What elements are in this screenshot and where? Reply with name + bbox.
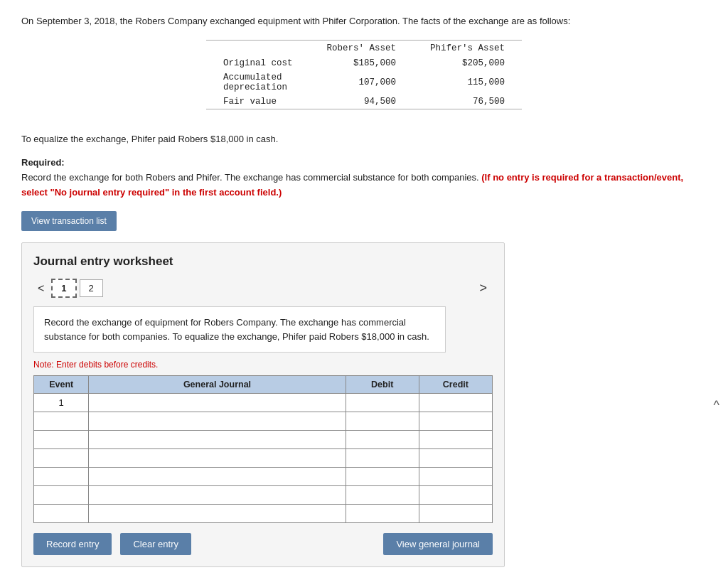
journal-credit-cell-0[interactable]: [419, 394, 492, 412]
col-phifer: Phifer's Asset: [413, 40, 522, 56]
journal-debit-cell-4[interactable]: [346, 468, 419, 486]
required-section: Required: Record the exchange for both R…: [21, 156, 707, 200]
col-header-event: Event: [34, 376, 89, 394]
required-label: Required:: [21, 157, 65, 168]
journal-event-cell-3: [34, 449, 89, 468]
col-robers: Robers' Asset: [309, 40, 413, 56]
journal-event-cell-1: [34, 412, 89, 431]
journal-account-cell-3[interactable]: [89, 449, 346, 468]
journal-account-cell-0[interactable]: [89, 394, 346, 412]
journal-account-input-1[interactable]: [93, 417, 341, 426]
tab-prev-arrow[interactable]: <: [33, 281, 48, 296]
required-text: Record the exchange for both Robers and …: [21, 172, 479, 183]
asset-row-phifer-2: 76,500: [413, 95, 522, 109]
asset-row-label-0: Original cost: [206, 56, 310, 70]
journal-debit-cell-1[interactable]: [346, 412, 419, 431]
journal-debit-input-3[interactable]: [350, 453, 414, 463]
record-entry-button[interactable]: Record entry: [33, 533, 112, 555]
asset-row-robers-2: 94,500: [309, 95, 413, 109]
journal-credit-input-1[interactable]: [424, 417, 488, 426]
journal-credit-input-0[interactable]: [424, 398, 488, 408]
table-row: [34, 449, 493, 468]
note-text: Note: Enter debits before credits.: [33, 360, 493, 370]
asset-comparison-table: Robers' Asset Phifer's Asset Original co…: [206, 40, 522, 109]
journal-account-input-2[interactable]: [93, 435, 341, 445]
journal-account-cell-5[interactable]: [89, 486, 346, 505]
view-transaction-button[interactable]: View transaction list: [21, 211, 117, 231]
col-header-debit: Debit: [346, 376, 419, 394]
journal-debit-input-6[interactable]: [350, 509, 414, 519]
worksheet-outer: Journal entry worksheet < 1 2 > Record t…: [21, 242, 707, 567]
journal-account-cell-1[interactable]: [89, 412, 346, 431]
asset-row-robers-0: $185,000: [309, 56, 413, 70]
asset-row-label-2: Fair value: [206, 95, 310, 109]
journal-debit-input-1[interactable]: [350, 417, 414, 426]
journal-credit-cell-6[interactable]: [419, 505, 492, 523]
journal-credit-input-3[interactable]: [424, 453, 488, 463]
worksheet-title: Journal entry worksheet: [33, 254, 493, 269]
journal-debit-cell-3[interactable]: [346, 449, 419, 468]
scroll-up-indicator: ^: [714, 397, 719, 412]
journal-credit-input-5[interactable]: [424, 490, 488, 500]
journal-credit-cell-1[interactable]: [419, 412, 492, 431]
journal-credit-cell-4[interactable]: [419, 468, 492, 486]
journal-debit-cell-6[interactable]: [346, 505, 419, 523]
tab-1[interactable]: 1: [51, 279, 76, 298]
tab-navigation: < 1 2 >: [33, 279, 493, 298]
asset-row-phifer-0: $205,000: [413, 56, 522, 70]
journal-table: Event General Journal Debit Credit 1: [33, 375, 493, 523]
journal-event-cell-0: 1: [34, 394, 89, 412]
journal-debit-cell-5[interactable]: [346, 486, 419, 505]
table-row: 1: [34, 394, 493, 412]
intro-text: On September 3, 2018, the Robers Company…: [21, 14, 707, 28]
table-row: [34, 486, 493, 505]
journal-account-input-3[interactable]: [93, 453, 341, 463]
journal-credit-cell-3[interactable]: [419, 449, 492, 468]
journal-credit-input-2[interactable]: [424, 435, 488, 445]
asset-row-label-1: Accumulated depreciation: [206, 70, 310, 95]
journal-debit-input-5[interactable]: [350, 490, 414, 500]
journal-account-cell-4[interactable]: [89, 468, 346, 486]
tab-2[interactable]: 2: [80, 279, 103, 297]
journal-credit-input-4[interactable]: [424, 472, 488, 482]
table-row: [34, 431, 493, 449]
asset-row-robers-1: 107,000: [309, 70, 413, 95]
journal-account-cell-6[interactable]: [89, 505, 346, 523]
table-row: [34, 412, 493, 431]
journal-credit-cell-5[interactable]: [419, 486, 492, 505]
journal-event-cell-5: [34, 486, 89, 505]
journal-account-input-6[interactable]: [93, 509, 341, 519]
journal-debit-cell-2[interactable]: [346, 431, 419, 449]
journal-event-cell-6: [34, 505, 89, 523]
view-general-journal-button[interactable]: View general journal: [383, 533, 493, 555]
table-row: [34, 505, 493, 523]
journal-debit-cell-0[interactable]: [346, 394, 419, 412]
journal-account-cell-2[interactable]: [89, 431, 346, 449]
journal-debit-input-2[interactable]: [350, 435, 414, 445]
tab-next-arrow[interactable]: >: [473, 279, 493, 297]
journal-credit-input-6[interactable]: [424, 509, 488, 519]
asset-table-wrapper: Robers' Asset Phifer's Asset Original co…: [21, 40, 707, 121]
col-header-journal: General Journal: [89, 376, 346, 394]
journal-event-cell-4: [34, 468, 89, 486]
journal-account-input-0[interactable]: [93, 398, 341, 408]
journal-event-cell-2: [34, 431, 89, 449]
asset-row-phifer-1: 115,000: [413, 70, 522, 95]
journal-credit-cell-2[interactable]: [419, 431, 492, 449]
col-header-credit: Credit: [419, 376, 492, 394]
journal-account-input-5[interactable]: [93, 490, 341, 500]
worksheet-container: Journal entry worksheet < 1 2 > Record t…: [21, 242, 505, 567]
journal-debit-input-4[interactable]: [350, 472, 414, 482]
instruction-box: Record the exchange of equipment for Rob…: [33, 306, 446, 353]
clear-entry-button[interactable]: Clear entry: [120, 533, 191, 555]
equalize-text: To equalize the exchange, Phifer paid Ro…: [21, 132, 707, 146]
journal-account-input-4[interactable]: [93, 472, 341, 482]
table-row: [34, 468, 493, 486]
journal-debit-input-0[interactable]: [350, 398, 414, 408]
button-row: Record entry Clear entry View general jo…: [33, 533, 493, 555]
